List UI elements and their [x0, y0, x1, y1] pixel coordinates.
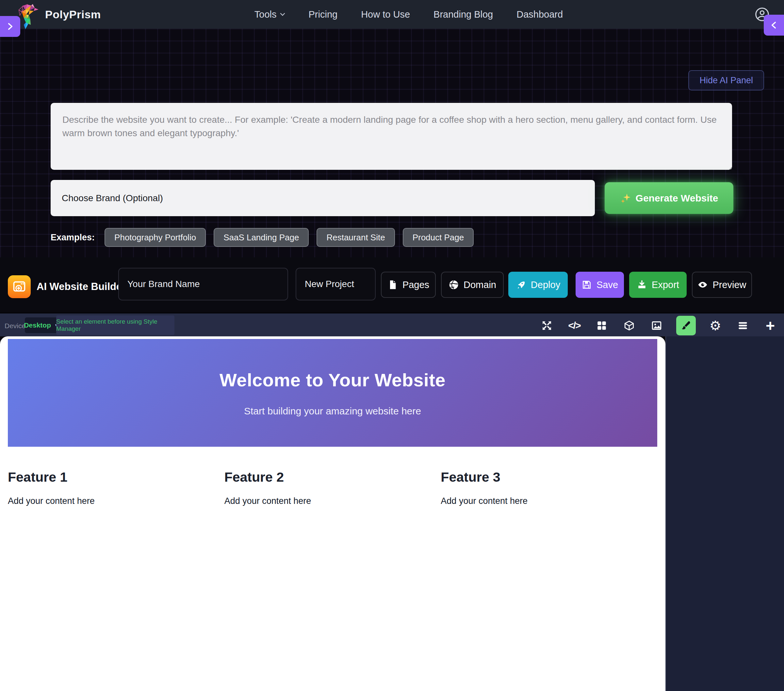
download-icon — [637, 280, 647, 290]
export-button[interactable]: Export — [629, 272, 687, 298]
brand-name: PolyPrism — [45, 8, 101, 21]
hero-title: Welcome to Your Website — [219, 369, 446, 391]
status-message: Select an element before using Style Man… — [56, 318, 175, 332]
code-view-icon[interactable]: </> — [567, 318, 582, 333]
pages-label: Pages — [402, 280, 429, 290]
device-label: Device — [5, 322, 25, 330]
builder-title: AI Website Builder — [36, 281, 126, 293]
export-label: Export — [652, 280, 679, 290]
editor-toolbar: Device Desktop ▼ Select an element befor… — [0, 312, 784, 336]
brand-logo-group[interactable]: PolyPrism — [14, 0, 101, 30]
file-icon — [387, 280, 398, 290]
nav-links: Tools Pricing How to Use Branding Blog D… — [254, 9, 563, 20]
nav-item-label: Pricing — [309, 9, 338, 20]
add-plus-icon[interactable]: + — [763, 318, 778, 333]
globe-icon — [448, 280, 459, 290]
example-saas-landing-page[interactable]: SaaS Landing Page — [214, 228, 309, 247]
save-label: Save — [596, 280, 618, 290]
feature-column-2[interactable]: Feature 2 Add your content here — [224, 470, 441, 506]
nav-item-tools[interactable]: Tools — [254, 9, 285, 20]
deploy-button[interactable]: Deploy — [508, 272, 568, 298]
project-select-value: New Project — [305, 279, 354, 290]
features-row: Feature 1 Add your content here Feature … — [8, 470, 657, 506]
nav-item-pricing[interactable]: Pricing — [309, 9, 338, 20]
top-navigation: PolyPrism Tools Pricing How to Use Brand… — [0, 0, 784, 29]
collapse-panel-right-button[interactable] — [764, 15, 784, 36]
domain-button[interactable]: Domain — [441, 272, 504, 298]
image-assets-icon[interactable] — [649, 318, 664, 333]
expand-panel-left-button[interactable] — [0, 16, 20, 37]
builder-toolbar: AI Website Builder New Project Pages Dom… — [0, 257, 784, 310]
ai-generator-panel: Hide AI Panel Choose Brand (Optional) Ge… — [0, 29, 784, 257]
website-description-input[interactable] — [51, 103, 732, 170]
save-button[interactable]: Save — [576, 272, 624, 298]
style-manager-sidebar[interactable] — [665, 336, 784, 691]
examples-label: Examples: — [51, 232, 95, 243]
deploy-label: Deploy — [531, 280, 560, 290]
feature-title: Feature 1 — [8, 470, 224, 485]
style-manager-status: Select an element before using Style Man… — [56, 316, 175, 335]
floppy-save-icon — [581, 280, 592, 290]
blocks-grid-icon[interactable] — [594, 318, 609, 333]
feature-body: Add your content here — [441, 496, 657, 506]
choose-brand-select[interactable]: Choose Brand (Optional) — [51, 180, 595, 216]
domain-label: Domain — [464, 280, 496, 290]
fullscreen-icon[interactable] — [539, 318, 555, 333]
example-product-page[interactable]: Product Page — [403, 228, 474, 247]
feature-body: Add your content here — [224, 496, 441, 506]
rocket-icon — [516, 280, 526, 290]
hide-ai-panel-button[interactable]: Hide AI Panel — [688, 70, 764, 90]
hero-section[interactable]: Welcome to Your Website Start building y… — [8, 339, 657, 447]
choose-brand-value: Choose Brand (Optional) — [62, 193, 163, 204]
nav-item-how-to-use[interactable]: How to Use — [361, 9, 410, 20]
chevron-right-icon — [6, 22, 14, 31]
example-restaurant-site[interactable]: Restaurant Site — [316, 228, 395, 247]
eye-icon — [697, 280, 708, 290]
device-select-value: Desktop — [24, 321, 51, 329]
sparkles-icon — [620, 192, 631, 204]
nav-item-label: Tools — [254, 9, 277, 20]
example-photography-portfolio[interactable]: Photography Portfolio — [105, 228, 206, 247]
chevron-down-icon — [280, 13, 285, 16]
nav-item-label: How to Use — [361, 9, 410, 20]
nav-item-branding-blog[interactable]: Branding Blog — [433, 9, 493, 20]
pages-button[interactable]: Pages — [381, 272, 436, 298]
hero-subtitle: Start building your amazing website here — [244, 406, 421, 417]
menu-hamburger-icon[interactable] — [735, 318, 751, 333]
editor-tool-icons: </> — [539, 314, 778, 338]
nav-item-label: Branding Blog — [433, 9, 493, 20]
chevron-left-icon — [770, 21, 778, 30]
brand-name-input[interactable] — [118, 268, 288, 300]
feature-column-3[interactable]: Feature 3 Add your content here — [441, 470, 657, 506]
device-select[interactable]: Desktop ▼ — [25, 318, 58, 333]
feature-body: Add your content here — [8, 496, 224, 506]
generate-website-label: Generate Website — [636, 192, 718, 204]
settings-gear-icon[interactable]: ⚙ — [708, 318, 723, 333]
generate-website-button[interactable]: Generate Website — [604, 182, 733, 214]
editor-canvas[interactable]: Welcome to Your Website Start building y… — [0, 336, 665, 691]
project-select[interactable]: New Project — [296, 268, 376, 300]
nav-item-dashboard[interactable]: Dashboard — [516, 9, 563, 20]
preview-label: Preview — [712, 280, 746, 290]
feature-title: Feature 2 — [224, 470, 441, 485]
feature-column-1[interactable]: Feature 1 Add your content here — [8, 470, 224, 506]
browser-plus-icon — [8, 275, 31, 298]
preview-button[interactable]: Preview — [692, 272, 752, 298]
examples-row: Examples: Photography Portfolio SaaS Lan… — [51, 228, 474, 247]
style-manager-brush-icon[interactable] — [676, 316, 696, 336]
nav-item-label: Dashboard — [516, 9, 563, 20]
feature-title: Feature 3 — [441, 470, 657, 485]
components-cube-icon[interactable] — [621, 318, 637, 333]
